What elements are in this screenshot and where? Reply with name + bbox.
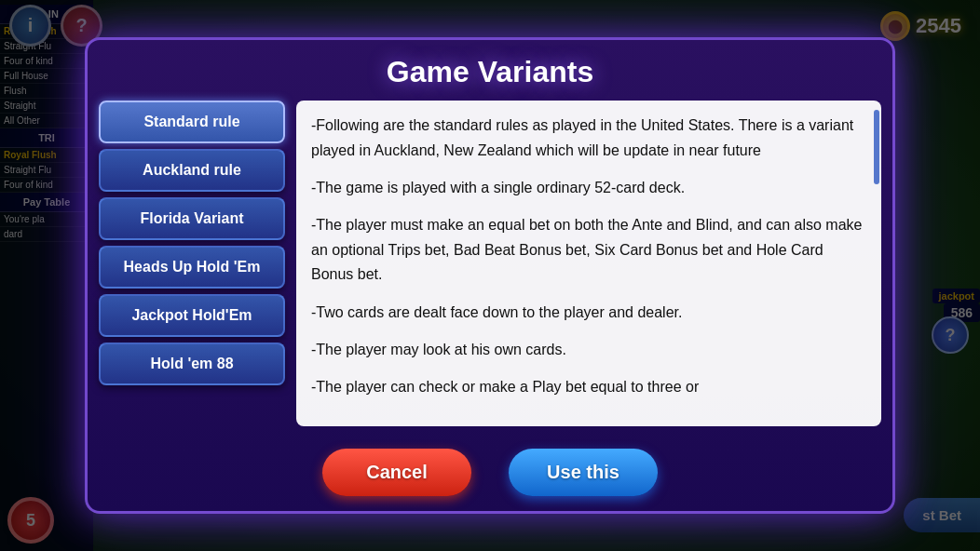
modal-footer: Cancel Use this [88,437,892,511]
game-variants-modal: Game Variants Standard rule Auckland rul… [85,37,895,514]
content-para-5: -The player may look at his own cards. [311,338,866,362]
variant-auckland[interactable]: Auckland rule [99,149,285,192]
content-para-3: -The player must make an equal bet on bo… [311,213,866,287]
modal-body: Standard rule Auckland rule Florida Vari… [88,101,892,437]
modal-title: Game Variants [88,40,892,101]
content-para-1: -Following are the standard rules as pla… [311,114,866,163]
variant-hold88[interactable]: Hold 'em 88 [99,343,285,385]
content-para-2: -The game is played with a single ordina… [311,176,866,200]
variant-florida[interactable]: Florida Variant [99,197,285,240]
variant-list: Standard rule Auckland rule Florida Vari… [99,101,285,426]
scrollbar-indicator [874,110,879,184]
variant-heads-up[interactable]: Heads Up Hold 'Em [99,246,285,289]
modal-overlay: Game Variants Standard rule Auckland rul… [0,0,980,551]
use-this-button[interactable]: Use this [509,449,658,496]
content-para-6: -The player can check or make a Play bet… [311,375,866,399]
variant-jackpot[interactable]: Jackpot Hold'Em [99,294,285,337]
content-para-4: -Two cards are dealt face down to the pl… [311,301,866,325]
variant-standard[interactable]: Standard rule [99,101,285,143]
cancel-button[interactable]: Cancel [322,449,471,496]
variant-content-area[interactable]: -Following are the standard rules as pla… [296,101,881,426]
